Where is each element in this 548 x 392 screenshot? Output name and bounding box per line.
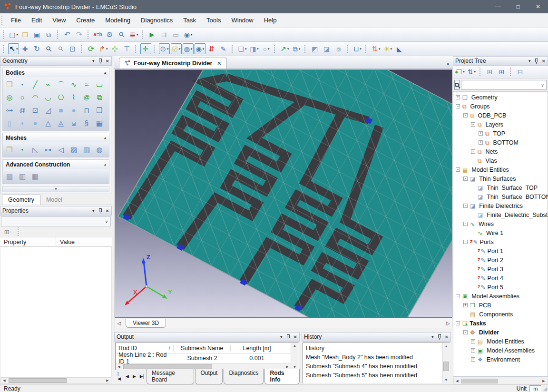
mesh-box-button[interactable]: ▦ [93,117,106,129]
collapse-all-button[interactable]: ⊟ [515,67,526,78]
tree-item-port-5[interactable]: Z ✎ Port 5 [453,283,548,292]
menu-item[interactable]: Window [226,13,258,27]
tree-item-wires[interactable]: - ∿ Wires [453,219,548,228]
panel-menu-icon[interactable]: ▾ [92,208,95,213]
zoom-previous-button[interactable]: ⚲ [56,43,67,54]
mesh-rod-button[interactable]: ⊶ [42,143,54,156]
save-button[interactable]: ▣ [32,29,43,40]
open-button[interactable]: ❐ [20,29,31,40]
patch-button[interactable]: ◿ [42,104,54,117]
pin-icon[interactable] [534,59,538,64]
table-vertical-scrollbar[interactable]: ▲ ▼ [291,343,298,370]
history-line[interactable]: Mesh "Mesh_Body 2" has been modified [306,353,440,362]
tree-item-vias[interactable]: ⧉ Vias [453,156,548,165]
loft-surface-button[interactable]: ▥ [16,170,29,183]
view-orientation-button[interactable]: ✛ [140,43,151,54]
solid-spiral-button[interactable]: @ [16,104,29,117]
tab-geometry[interactable]: Geometry [2,195,40,205]
spiral-button[interactable]: @ [80,91,93,104]
tab-diagnostics[interactable]: Diagnostics [224,369,264,384]
tab-model[interactable]: Model [40,195,68,205]
tree-expander[interactable]: - [463,176,468,181]
variables-button[interactable]: a =b [93,29,104,40]
tree-expander[interactable]: - [456,104,460,108]
unfold-button[interactable]: ⊔ ▾ [352,43,363,54]
tree-expander[interactable]: - [463,113,468,118]
section-meshes-header[interactable]: Meshes ▴ [2,133,109,142]
tree-item-port-3[interactable]: Z ✎ Port 3 [453,265,548,274]
render-primitives-button[interactable]: ○ ▾ [261,43,272,54]
tree-expander[interactable]: + [471,357,475,362]
edit-spline-button[interactable]: ≈ [80,78,93,91]
redo-button[interactable]: ↷ [74,29,85,40]
column-header-length[interactable]: Length [m] [231,345,283,352]
mesh-surface-button[interactable]: ▨ [68,143,80,156]
history-line[interactable]: History [306,344,440,353]
section-bodies-header[interactable]: Bodies ▴ [2,68,109,77]
tree-item-port-1[interactable]: Z ✎ Port 1 [453,246,548,255]
tree-item-divider[interactable]: - ☸ Divider [453,328,548,337]
scroll-right-icon[interactable]: ▶ [104,379,111,382]
disc-button[interactable]: ● [68,104,80,117]
first-tab-icon[interactable]: |◀ [116,372,123,381]
tree-expander[interactable]: + [479,140,483,145]
tree-item-task-environment[interactable]: + ❖ Environment [453,355,548,364]
menu-item[interactable]: View [47,13,71,27]
tree-item-components[interactable]: ▤ Components [453,310,548,319]
minimize-button[interactable]: — [488,0,508,13]
sheet-button[interactable]: ◣ [394,43,405,54]
orbit-button[interactable]: ↻ [32,43,43,54]
maximize-button[interactable]: □ [508,0,528,13]
close-document-icon[interactable]: ✕ [217,60,221,67]
tree-item-pcb[interactable]: + ❒ PCB [453,301,548,310]
pin-icon[interactable] [98,59,102,64]
pin-icon[interactable] [286,334,290,340]
measure-button[interactable]: ⊤ [122,43,133,54]
find-in-model-button[interactable]: ⚲ [117,29,127,40]
column-header-rod-id[interactable]: Rod ID / [116,345,174,352]
chevron-down-icon[interactable]: ∨ [103,219,110,224]
menu-item[interactable]: File [6,13,26,27]
tree-horizontal-scrollbar[interactable]: ◀ ▶ [453,378,548,384]
mesh-point-button[interactable]: ● [16,143,29,156]
tree-expander[interactable]: - [463,330,468,334]
tree-expander[interactable]: - [471,122,475,127]
flip-normals-button[interactable]: ⇵ [206,43,217,54]
menu-item[interactable]: Task [178,13,201,27]
tree-item-tasks[interactable]: - ❑ ▸ Tasks [453,319,548,328]
scroll-left-icon[interactable]: ◀ [116,365,122,369]
transform-move-button[interactable]: ↗ ▾ [279,43,290,54]
helix-button[interactable]: ⌇ [68,91,80,104]
mesh-triangle-button[interactable]: ◺ [29,143,41,156]
scroll-right-icon[interactable]: ▶ [540,379,547,383]
plugins-button[interactable]: ◉ ▾ [183,29,194,40]
plate-with-hole-button[interactable]: ⊡ [29,104,41,117]
unit-value[interactable]: m [529,385,541,392]
ruled-surface-button[interactable]: ▤ [3,170,16,183]
tree-item-bottom[interactable]: + ⧉ BOTTOM [453,138,548,147]
tree-item-task-model-entities[interactable]: + ▤ Model Entities [453,337,548,346]
categorize-button[interactable]: ⊞≡ [2,226,13,237]
menu-item[interactable]: Create [71,13,100,27]
rotate-90-button[interactable]: ↱ ▾ [98,43,109,54]
tree-item-port-4[interactable]: Z ✎ Port 4 [453,274,548,283]
zoom-button[interactable]: ⚲ [44,43,55,54]
rod-button[interactable]: ⊶ [3,104,16,117]
tree-expander[interactable]: + [456,95,460,99]
meander-button[interactable]: ⊓ [80,104,93,117]
property-column-header[interactable]: Property [0,237,56,246]
tree-item-model-assemblies[interactable]: - ▣ Model Assemblies [453,292,548,301]
viewer-3d-tab[interactable]: Viewer 3D [126,319,166,328]
tree-expander[interactable]: + [471,149,475,154]
column-header-submesh-name[interactable]: Submesh Name [174,345,231,352]
palette-collapse-strip[interactable]: ▾ [2,186,109,192]
polyline-button[interactable]: ⌁ [42,78,54,91]
section-advanced-header[interactable]: Advanced Construction ▴ [2,159,109,169]
tree-item-task-model-assemblies[interactable]: + ▣ Model Assemblies [453,346,548,355]
expand-selected-button[interactable]: ⊞ [485,67,496,78]
libraries-button[interactable]: ≣ ▾ [128,29,139,40]
resize-grip-icon[interactable]: ◢ [543,386,547,391]
select-button[interactable]: ↖ ▾ [8,43,19,54]
scroll-right-icon[interactable]: ▶ [284,365,291,369]
lattice-button[interactable]: § [80,117,93,129]
